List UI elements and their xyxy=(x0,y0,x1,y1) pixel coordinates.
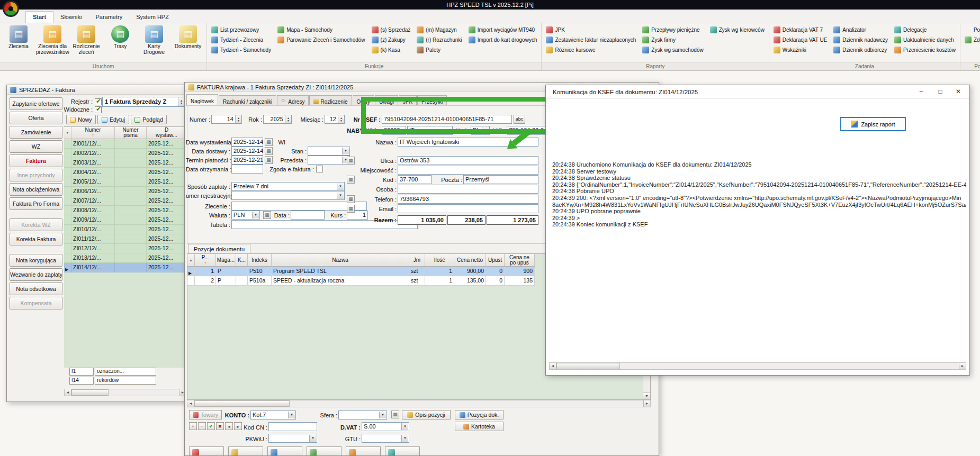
bottom-button-partial[interactable] xyxy=(385,446,420,456)
podglad-button[interactable]: Podgląd xyxy=(131,115,167,124)
numer-rejestracyjny-select[interactable] xyxy=(231,191,345,200)
miejscowosc-input[interactable] xyxy=(398,166,538,175)
osoba-input[interactable] xyxy=(398,185,538,194)
invoice-tab[interactable]: Rozliczenie xyxy=(309,95,352,106)
bottom-button-partial[interactable] xyxy=(228,446,263,456)
bottom-button-partial[interactable] xyxy=(307,446,341,456)
ribbon-item[interactable]: Deklaracja VAT UE xyxy=(774,35,827,45)
grid-icon[interactable] xyxy=(347,176,355,184)
widoczne-checkbox[interactable] xyxy=(95,106,102,113)
invoice-list-row[interactable]: ZI004/12/... 2025-12... xyxy=(64,168,187,177)
przedstawiciel-select[interactable] xyxy=(308,156,350,165)
konto-select[interactable]: Kol.7 xyxy=(250,411,296,419)
dropdown-icon[interactable] xyxy=(252,212,259,218)
ribbon-big-button[interactable]: Rozliczenie zleceń xyxy=(70,25,103,55)
grid-icon[interactable] xyxy=(347,205,355,213)
spinner-icon[interactable] xyxy=(178,97,184,106)
data-otrzymania-input[interactable] xyxy=(231,165,263,174)
doc-type-button[interactable]: Zamówienie xyxy=(10,126,62,139)
termin-platnosci-input[interactable]: 2025-12-21 xyxy=(231,156,263,165)
sales-hscrollbar[interactable] xyxy=(64,389,186,396)
invoice-list-row[interactable]: ZI007/12/... 2025-12... xyxy=(64,196,187,206)
ribbon-item[interactable]: Tydzień - Zlecenia xyxy=(211,35,271,45)
ribbon-big-button[interactable]: Karty Drogowe xyxy=(138,25,170,55)
menu-tab[interactable]: System HPZ xyxy=(129,12,176,23)
doc-type-button[interactable]: Wezwanie do zapłaty xyxy=(10,268,62,281)
doc-type-button[interactable]: Korekta WZ xyxy=(10,218,62,231)
invoice-list-row[interactable]: ZI006/12/... 2025-12... xyxy=(64,187,187,196)
ribbon-item[interactable]: (r) Rozrachunki xyxy=(417,35,462,45)
header-data-wystawienia[interactable]: D wystaw... xyxy=(147,127,187,139)
menu-tab[interactable]: Parametry xyxy=(88,12,129,23)
ribbon-big-button[interactable]: Zlecenia xyxy=(2,25,35,50)
ribbon-big-button[interactable]: Trasy xyxy=(104,25,137,50)
item-row[interactable]: 1 P P510 Program SPEED TSL szt 1 900,00 … xyxy=(187,267,535,276)
app-logo-icon[interactable] xyxy=(3,1,19,17)
dropdown-icon[interactable] xyxy=(379,412,386,418)
register-select[interactable]: 1 Faktura Sprzedaży Z xyxy=(102,97,185,107)
miesiac-input[interactable]: 12 xyxy=(325,115,345,124)
doc-type-button[interactable]: Inne przychody xyxy=(10,169,62,181)
scroll-thumb[interactable] xyxy=(194,400,290,407)
header-magazyn[interactable]: Maga... xyxy=(216,254,236,266)
ribbon-item[interactable]: Import do kart drogowych xyxy=(469,35,537,45)
ksef-hscrollbar[interactable] xyxy=(549,362,966,370)
header-indeks[interactable]: Indeks xyxy=(248,254,272,266)
rejestr-checkbox[interactable] xyxy=(95,98,102,105)
scroll-left-icon[interactable] xyxy=(65,389,71,396)
scroll-thumb[interactable] xyxy=(71,389,109,396)
ribbon-item[interactable]: Zysk firmy xyxy=(642,35,703,45)
dropdown-icon[interactable] xyxy=(342,148,349,154)
ribbon-item[interactable]: Wskaźniki xyxy=(774,45,827,55)
invoice-list-row[interactable]: ZI002/12/... 2025-12... xyxy=(64,149,187,158)
ribbon-item[interactable]: Uaktualnienie danych xyxy=(894,35,956,45)
ribbon-item[interactable]: Delegacje xyxy=(894,25,956,35)
kod-input[interactable]: 37-700 xyxy=(398,175,431,184)
grid-icon[interactable] xyxy=(263,211,271,219)
dropdown-icon[interactable] xyxy=(337,183,344,190)
ribbon-item[interactable]: Zysk wg samochodów xyxy=(642,45,703,55)
grid-icon[interactable] xyxy=(347,157,355,165)
scroll-left-icon[interactable] xyxy=(550,363,556,369)
zapisz-raport-button[interactable]: Zapisz raport xyxy=(840,117,906,131)
bottom-button-partial[interactable] xyxy=(267,446,302,456)
dropdown-icon[interactable] xyxy=(337,192,344,199)
doc-type-button[interactable]: Faktura xyxy=(10,154,62,167)
ribbon-item[interactable]: Palety xyxy=(417,45,462,55)
zgoda-efaktura-checkbox[interactable] xyxy=(316,166,323,172)
header-numer-pisma[interactable]: Numer pisma xyxy=(115,127,147,139)
dropdown-icon[interactable] xyxy=(309,435,316,442)
header-cena-po-upuscie[interactable]: Cena ne po upus xyxy=(505,254,535,266)
ribbon-big-button[interactable]: Dokumenty xyxy=(172,25,204,50)
invoice-tab[interactable]: Adresy xyxy=(277,95,309,106)
pozycje-tab[interactable]: Pozycje dokumentu xyxy=(188,244,250,254)
kod-cn-input[interactable] xyxy=(268,422,317,431)
header-nazwa[interactable]: Nazwa xyxy=(272,254,409,266)
invoice-list-row[interactable]: ZI014/12/... 2025-12... xyxy=(64,263,187,272)
header-upust[interactable]: Upust xyxy=(486,254,505,266)
ribbon-big-button[interactable]: Zlecenia dla przewoźników xyxy=(36,25,69,55)
menu-tab[interactable]: Start xyxy=(25,11,53,23)
invoice-list-row[interactable]: ZI010/12/... 2025-12... xyxy=(64,225,187,234)
header-k[interactable]: K... xyxy=(236,254,248,266)
towary-button[interactable]: Towary xyxy=(189,410,222,419)
invoice-list-row[interactable]: ZI012/12/... 2025-12... xyxy=(64,244,187,253)
invoice-tab[interactable]: Rachunki / załączniki xyxy=(219,95,276,106)
ribbon-item[interactable]: Zdalna pomoc xyxy=(965,35,980,45)
calendar-grid-icon[interactable] xyxy=(265,147,273,155)
doc-type-button[interactable]: Nota odsetkowa xyxy=(10,282,62,295)
opis-pozycji-button[interactable]: Opis pozycji xyxy=(402,410,451,419)
invoice-list-row[interactable]: ZI013/12/... 2025-12... xyxy=(64,253,187,263)
items-hscrollbar[interactable] xyxy=(187,400,651,407)
ribbon-item[interactable]: Przeniesienie kosztów xyxy=(894,45,956,55)
data-wystawienia-input[interactable]: 2025-12-14 xyxy=(231,138,263,147)
grid-icon[interactable] xyxy=(347,195,355,203)
ribbon-item[interactable]: Przepływy pieniężne xyxy=(642,25,703,35)
doc-type-button[interactable]: Zapytanie ofertowe xyxy=(10,97,62,110)
ribbon-item[interactable]: Parowanie Zleceń i Samochodów xyxy=(277,35,365,45)
ribbon-item[interactable]: Deklaracja VAT 7 xyxy=(774,25,827,35)
calendar-grid-icon[interactable] xyxy=(265,156,273,164)
bottom-button-partial[interactable] xyxy=(189,446,224,456)
calendar-grid-icon[interactable] xyxy=(265,138,273,146)
ribbon-item[interactable]: (z) Zakupy xyxy=(372,35,411,45)
